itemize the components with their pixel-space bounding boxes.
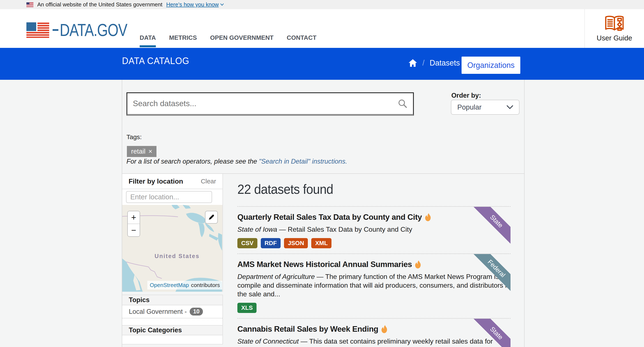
topic-categories-header: Topic Categories (122, 325, 222, 335)
format-badge-csv[interactable]: CSV (238, 238, 258, 248)
map-attribution: OpenStreetMap contributors (147, 281, 222, 290)
nav-item-open-government[interactable]: OPEN GOVERNMENT (210, 34, 274, 48)
search-input[interactable] (133, 99, 398, 108)
dataset-card: Cannabis Retail Sales by Week Ending Sta… (238, 318, 510, 347)
home-icon[interactable] (408, 59, 417, 67)
logo-text: DATA.GOV (52, 21, 127, 39)
dataset-card: Quarterly Retail Sales Tax Data by Count… (238, 206, 510, 253)
source-ribbon-label[interactable]: State (471, 207, 510, 248)
organizations-button[interactable]: Organizations (462, 57, 520, 74)
location-map[interactable]: United States + − OpenStreetMap contribu… (122, 205, 223, 292)
search-box (126, 92, 414, 116)
format-badge-json[interactable]: JSON (284, 238, 308, 248)
dataset-title[interactable]: Cannabis Retail Sales by Week Ending (238, 325, 504, 334)
banner-text: An official website of the United States… (37, 1, 162, 8)
dataset-publisher: Department of Agriculture (238, 273, 315, 280)
dataset-card: AMS Market News Historical Annual Summar… (238, 253, 510, 318)
page-title: DATA CATALOG (122, 55, 189, 66)
source-ribbon: Federal (471, 254, 510, 299)
dataset-title-text: Quarterly Retail Sales Tax Data by Count… (238, 213, 422, 222)
format-badge-xml[interactable]: XML (311, 238, 332, 248)
catalog-hero-band: DATA CATALOG / Datasets Organizations (0, 48, 644, 80)
flame-icon (425, 213, 431, 222)
order-by-label: Order by: (451, 92, 481, 99)
location-combobox: ▼ (126, 191, 212, 203)
format-badge-xls[interactable]: XLS (238, 303, 256, 313)
publisher-separator: — (315, 273, 325, 280)
source-ribbon: State (471, 207, 510, 252)
pencil-icon (208, 214, 215, 221)
chevron-down-icon (507, 105, 513, 109)
breadcrumb-datasets[interactable]: Datasets (430, 58, 460, 67)
format-badges: XLS (238, 303, 510, 313)
us-flag-icon (26, 2, 34, 7)
nav-item-contact[interactable]: CONTACT (287, 34, 316, 48)
data-gov-catalog-page: An official website of the United States… (0, 0, 644, 347)
dataset-title[interactable]: Quarterly Retail Sales Tax Data by Count… (238, 213, 504, 222)
map-zoom-control: + − (127, 211, 140, 237)
tag-chip-retail[interactable]: retail × (127, 146, 156, 157)
source-ribbon-label[interactable]: State (471, 319, 510, 347)
dataset-description: Retail Sales Tax Data by County and City (288, 226, 412, 233)
breadcrumb-separator: / (422, 58, 424, 67)
user-guide-label: User Guide (597, 34, 632, 42)
dataset-publisher: State of Connecticut (238, 338, 299, 345)
filter-by-location-title: Filter by location (128, 177, 183, 185)
search-icon[interactable] (398, 99, 408, 108)
tags-label: Tags: (126, 133, 142, 141)
publisher-separator: — (299, 338, 309, 345)
map-draw-button[interactable] (205, 211, 218, 224)
results-area: 22 datasets found Quarterly Retail Sales… (223, 174, 524, 347)
attribution-text: contributors (191, 282, 220, 289)
dataset-title[interactable]: AMS Market News Historical Annual Summar… (238, 260, 504, 269)
dataset-list: Quarterly Retail Sales Tax Data by Count… (238, 206, 510, 347)
tag-remove-icon[interactable]: × (148, 148, 152, 155)
dataset-publisher: State of Iowa (238, 226, 277, 233)
logo-dash (52, 29, 58, 31)
source-ribbon: State (471, 319, 510, 347)
map-zoom-out-button[interactable]: − (128, 224, 140, 236)
gov-banner: An official website of the United States… (0, 0, 644, 9)
logo-flag-icon (26, 22, 49, 38)
topics-spacer (122, 319, 222, 325)
dataset-summary: State of Connecticut — This data set con… (238, 337, 510, 347)
topics-panel: Topics Local Government - 10 Topic Categ… (122, 295, 223, 345)
filter-sidebar: Filter by location Clear ▼ (122, 174, 223, 347)
map-zoom-in-button[interactable]: + (128, 211, 140, 224)
dataset-summary: Department of Agriculture — The primary … (238, 272, 510, 299)
order-by-select[interactable]: Popular (451, 100, 520, 115)
format-badges: CSVRDFJSONXML (238, 238, 510, 248)
dataset-summary: State of Iowa — Retail Sales Tax Data by… (238, 225, 510, 234)
flame-icon (381, 325, 388, 333)
location-input-row: ▼ (122, 189, 223, 205)
search-in-detail-link[interactable]: "Search in Detail" instructions. (259, 158, 347, 165)
dataset-title-text: AMS Market News Historical Annual Summar… (238, 260, 412, 269)
publisher-separator: — (277, 226, 288, 233)
breadcrumb: / Datasets (408, 58, 460, 67)
clear-location-button[interactable]: Clear (201, 178, 216, 185)
site-header: DATA.GOV DATA METRICS OPEN GOVERNMENT CO… (0, 9, 644, 48)
user-guide-book-icon (603, 15, 626, 32)
svg-text:United States: United States (154, 253, 200, 259)
nav-item-data[interactable]: DATA (140, 34, 156, 48)
format-badge-rdf[interactable]: RDF (261, 238, 281, 248)
location-input[interactable] (126, 191, 212, 203)
dataset-title-text: Cannabis Retail Sales by Week Ending (238, 325, 378, 334)
main-nav: DATA METRICS OPEN GOVERNMENT CONTACT (140, 34, 316, 48)
user-guide-link[interactable]: User Guide (584, 9, 644, 48)
tag-label: retail (131, 148, 146, 155)
search-operators-note: For a list of search operators, please s… (126, 158, 347, 165)
content-container: Order by: Popular Tags: retail × For a l… (122, 80, 524, 347)
datagov-logo[interactable]: DATA.GOV (26, 21, 146, 39)
topics-header: Topics (122, 295, 222, 305)
topic-item-local-government[interactable]: Local Government - 10 (122, 305, 222, 319)
topic-item-label: Local Government - (129, 308, 187, 316)
nav-item-metrics[interactable]: METRICS (169, 34, 197, 48)
topic-count-badge: 10 (190, 308, 203, 316)
chevron-down-icon (220, 3, 224, 6)
order-by-value: Popular (457, 103, 482, 111)
openstreetmap-link[interactable]: OpenStreetMap (150, 282, 189, 289)
source-ribbon-label[interactable]: Federal (471, 254, 510, 295)
banner-how-you-know-link[interactable]: Here’s how you know (166, 1, 224, 8)
flame-icon (415, 260, 421, 269)
